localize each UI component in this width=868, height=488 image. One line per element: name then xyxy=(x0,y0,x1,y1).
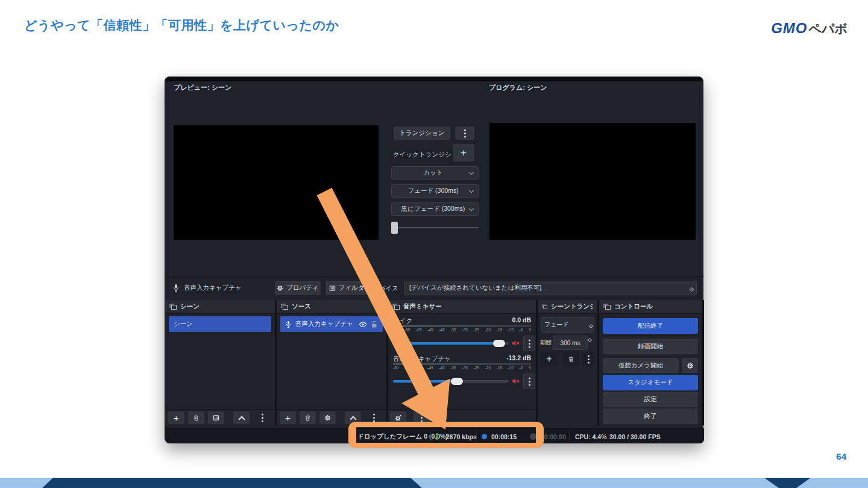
program-label: プログラム: シーン xyxy=(489,83,547,92)
scenes-more-button[interactable] xyxy=(257,411,268,424)
kebab-menu-icon xyxy=(373,417,375,419)
duration-label: 期間 xyxy=(540,339,552,347)
page-number: 64 xyxy=(836,451,846,461)
fps-status: 30.00 / 30.00 FPS xyxy=(609,429,661,444)
stop-streaming-button[interactable]: 配信終了 xyxy=(603,318,698,334)
device-label: デバイス xyxy=(373,284,398,293)
controls-panel-header: コントロール xyxy=(599,300,702,314)
scene-list-item[interactable]: シーン xyxy=(169,316,271,332)
cpu-status: CPU: 4.4% xyxy=(575,429,607,444)
source-list-item[interactable]: 音声入力キャプチャ xyxy=(280,316,383,332)
duration-input[interactable]: 300 ms xyxy=(553,336,588,350)
scene-transitions-header: シーントランジシ... xyxy=(538,300,597,314)
chevron-up-icon xyxy=(238,416,245,422)
gear-advanced-icon xyxy=(395,414,402,422)
slide-title: どうやって「信頼性」「可用性」を上げていったのか xyxy=(24,17,339,34)
kebab-menu-icon xyxy=(464,133,466,134)
mixer-ch2-volume-slider[interactable] xyxy=(393,378,509,385)
mixer-ch1-meter xyxy=(393,325,531,327)
mixer-ch1-name: マイク xyxy=(393,317,412,325)
transition-duration-slider[interactable] xyxy=(391,222,479,234)
cut-transition-value: カット xyxy=(397,169,470,177)
scenes-panel-title: シーン xyxy=(180,302,200,311)
volume-handle[interactable] xyxy=(451,378,463,385)
chevron-down-icon xyxy=(469,169,474,174)
lock-open-icon[interactable] xyxy=(371,321,378,328)
slide: どうやって「信頼性」「可用性」を上げていったのか GMO ペパボ プレビュー: … xyxy=(0,0,868,488)
properties-button[interactable]: プロパティ xyxy=(275,281,321,295)
scenes-panel: シーン シーン + xyxy=(165,300,275,425)
start-virtual-cam-button[interactable]: 仮想カメラ開始 xyxy=(603,358,679,373)
cut-transition-dropdown[interactable]: カット xyxy=(391,166,479,180)
kebab-menu-icon xyxy=(529,343,530,345)
record-time-status: 00:00:00 xyxy=(541,429,566,444)
filter-icon xyxy=(213,414,219,421)
transition-more-button[interactable] xyxy=(582,352,594,366)
window-titlebar xyxy=(165,77,703,81)
fade-transition-dropdown[interactable]: フェード (300ms) xyxy=(391,184,479,198)
move-scene-up-button[interactable] xyxy=(233,411,250,424)
add-scene-button[interactable]: + xyxy=(168,411,184,424)
add-transition-button[interactable]: + xyxy=(540,352,558,366)
fade-transition-value: フェード (300ms) xyxy=(397,187,470,195)
divider xyxy=(604,431,605,442)
sources-panel-header: ソース xyxy=(277,300,386,314)
visibility-eye-icon[interactable] xyxy=(359,321,367,328)
remove-source-button[interactable] xyxy=(300,411,316,424)
scene-filters-button[interactable] xyxy=(208,411,224,424)
transition-type-dropdown[interactable]: フェード xyxy=(541,317,594,333)
volume-handle[interactable] xyxy=(493,340,505,347)
virtual-cam-settings-button[interactable] xyxy=(682,358,698,373)
sources-panel: ソース 音声入力キャプチャ xyxy=(277,300,386,425)
start-recording-button[interactable]: 録画開始 xyxy=(603,339,698,354)
microphone-icon xyxy=(285,321,292,328)
chevron-down-icon xyxy=(469,205,474,210)
trash-icon xyxy=(568,356,574,363)
selected-source: 音声入力キャプチャ xyxy=(170,281,274,295)
mixer-ch1-options-button[interactable] xyxy=(523,336,535,351)
source-properties-button[interactable] xyxy=(319,411,336,424)
transition-button[interactable]: トランジション xyxy=(394,127,450,140)
fade-to-black-dropdown[interactable]: 黒にフェード (300ms) xyxy=(391,202,479,216)
settings-button[interactable]: 設定 xyxy=(603,392,698,407)
gear-icon xyxy=(687,362,694,369)
gmo-pepabo-logo: GMO ペパボ xyxy=(771,20,848,37)
filters-button[interactable]: フィルタ xyxy=(326,281,368,295)
mixer-ch2-name: 音声入力キャプチャ xyxy=(393,355,451,363)
slider-track xyxy=(391,227,479,228)
exit-button[interactable]: 終了 xyxy=(603,408,698,424)
audio-mixer-panel: 音声ミキサー マイク 0.0 dB -60-55-50-45-40-35-30-… xyxy=(388,300,536,425)
mixer-ch2-scale: -60-55-50-45-40-35-30-25-20-15-10-50 xyxy=(393,366,531,370)
filters-label: フィルタ xyxy=(339,284,365,292)
properties-label: プロパティ xyxy=(286,284,319,292)
device-value: [デバイスが接続されていないまたは利用不可] xyxy=(409,284,691,292)
mixer-ch1-volume-slider[interactable] xyxy=(393,340,509,347)
mute-speaker-icon[interactable] xyxy=(511,339,520,348)
scenes-toolbar: + xyxy=(165,409,275,425)
mixer-ch2-options-button[interactable] xyxy=(523,374,535,389)
slider-handle[interactable] xyxy=(391,222,398,234)
fade-to-black-value: 黒にフェード (300ms) xyxy=(397,205,470,213)
device-dropdown[interactable]: [デバイスが接続されていないまたは利用不可] xyxy=(404,281,697,295)
dock-icon xyxy=(281,304,288,310)
scene-transitions-title: シーントランジシ... xyxy=(551,302,593,311)
obs-window: プレビュー: シーン プログラム: シーン トランジション クイックトランジショ… xyxy=(165,77,703,443)
mute-speaker-icon[interactable] xyxy=(511,377,520,386)
add-quick-transition-button[interactable]: + xyxy=(453,144,474,161)
scenes-panel-header: シーン xyxy=(165,300,275,314)
chevron-down-icon xyxy=(469,187,474,192)
mixer-ch2-meter xyxy=(393,363,531,365)
remove-transition-button[interactable] xyxy=(562,352,579,366)
selected-source-name: 音声入力キャプチャ xyxy=(184,284,242,292)
mixer-ch1-scale: -60-55-50-45-40-35-30-25-20-15-10-50 xyxy=(393,328,531,332)
kebab-menu-icon xyxy=(588,358,590,360)
trash-icon xyxy=(193,414,200,421)
add-source-button[interactable]: + xyxy=(280,411,296,424)
remove-scene-button[interactable] xyxy=(188,411,204,424)
dock-icon xyxy=(169,304,177,310)
studio-mode-button[interactable]: スタジオモード xyxy=(603,375,698,390)
controls-panel-title: コントロール xyxy=(614,302,653,311)
logo-gmo-text: GMO xyxy=(771,20,807,37)
footer-shapes xyxy=(0,478,868,488)
transition-menu-button[interactable] xyxy=(455,127,474,140)
